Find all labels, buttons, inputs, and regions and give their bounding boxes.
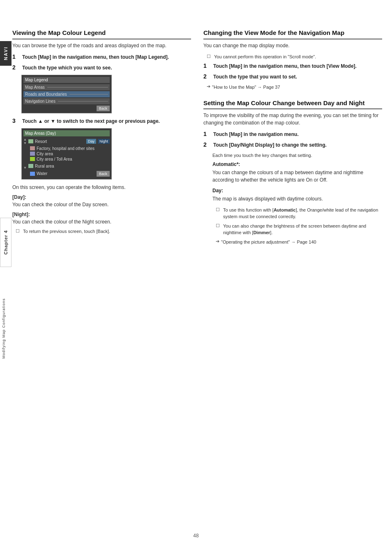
map-areas-title: Map Areas (Day) (23, 130, 110, 136)
step-2: 2 Touch the type which you want to see. (12, 64, 191, 71)
right-step1-number: 1 (203, 62, 211, 69)
night-label: [Night]: (12, 211, 191, 218)
day-mode-desc: The map is always displayed with daytime… (212, 195, 382, 203)
right2-step2-text: Touch [Day/Night Display] to change the … (213, 141, 327, 149)
label-water: Water (37, 171, 47, 176)
right-section1-heading: Changing the View Mode for the Navigatio… (203, 29, 382, 39)
note-back-text: To return the previous screen, touch [Ba… (23, 228, 110, 235)
right-section2-intro: To improve the visibility of the map dur… (203, 112, 382, 127)
right2-step2-number: 2 (203, 141, 211, 148)
map-legend-row-3-line (58, 101, 108, 101)
map-areas-title-text: Map Areas (Day) (25, 131, 56, 136)
right2-step1-text: Touch [Map] in the navigation menu. (213, 131, 299, 138)
map-areas-row-2: City area (23, 152, 110, 156)
map-areas-row-3: City area / Toll Area (23, 157, 110, 161)
nav-arrows: ▲▼ (23, 138, 27, 145)
map-legend-back-button[interactable]: Back (97, 106, 110, 111)
step-1: 1 Touch [Map] in the navigation menu, th… (12, 53, 191, 61)
checkbox-icon: ☐ (16, 228, 21, 234)
map-legend-row-2-line (69, 94, 108, 94)
right-column: Changing the View Mode for the Navigatio… (203, 29, 382, 248)
checkbox-icon-1: ☐ (207, 54, 212, 59)
color-water (30, 172, 35, 176)
right2-step1-number: 1 (203, 131, 211, 137)
nav-arrows-2: ▼ (23, 162, 27, 170)
two-columns: Viewing the Map Colour Legend You can br… (12, 29, 382, 248)
day-mode-label: Day: (212, 188, 382, 193)
checkbox-icon-2: ☐ (216, 207, 221, 212)
right2-ref1: ➔ "Operating the picture adjustment" → P… (216, 239, 382, 246)
checkbox-icon-3: ☐ (216, 223, 221, 228)
right-step2-text: Touch the type that you want to set. (213, 73, 297, 81)
right2-step2: 2 Touch [Day/Night Display] to change th… (203, 141, 382, 149)
right2-step1: 1 Touch [Map] in the navigation menu. (203, 131, 382, 138)
step-2-text: Touch the type which you want to see. (22, 64, 112, 71)
right-section1-ref1-text: "How to Use the Map" → Page 37 (212, 84, 280, 91)
color-factory (30, 146, 35, 150)
color-resort (28, 139, 33, 143)
map-areas-row-4: ▼ Rural area (23, 162, 110, 170)
color-city-toll (30, 157, 35, 161)
night-desc: You can check the colour of the Night sc… (12, 218, 191, 226)
map-areas-row-1: Factory, hospital and other sites (23, 146, 110, 151)
day-desc: You can check the colour of the Day scre… (12, 201, 191, 208)
right2-details: Automatic*: You can change the colours o… (212, 161, 382, 246)
color-city (30, 152, 35, 156)
step-3: 3 Touch ▲ or ▼ to switch to the next pag… (12, 117, 191, 125)
right2-note1: ☐ To use this function with [Automatic],… (216, 207, 382, 220)
right-section1-note1: ☐ You cannot perform this operation in "… (207, 53, 382, 60)
night-button[interactable]: Night (98, 139, 110, 144)
right2-ref1-text: "Operating the picture adjustment" → Pag… (221, 239, 316, 246)
right2-note2: ☐ You can also change the brightness of … (216, 223, 382, 236)
note-back-bullet: ☐ To return the previous screen, touch [… (16, 228, 191, 235)
areas-back-button[interactable]: Back (97, 171, 110, 177)
map-legend-row-1: Map Areas (23, 84, 110, 90)
left-section-heading: Viewing the Map Colour Legend (12, 29, 191, 39)
map-legend-title: Map Legend (23, 77, 110, 83)
navi-label: NAVI (3, 46, 8, 60)
left-intro: You can browse the type of the roads and… (12, 42, 191, 49)
arrow-icon-2: ➔ (216, 239, 219, 244)
right-section1-ref1: ➔ "How to Use the Map" → Page 37 (207, 84, 382, 91)
color-rural (28, 164, 33, 168)
day-button[interactable]: Day (86, 139, 96, 144)
right-section1-intro: You can change the map display mode. (203, 42, 382, 49)
arrow-icon-1: ➔ (207, 84, 210, 89)
map-legend-screenshot: Map Legend Map Areas Roads and Boundarie… (21, 75, 112, 113)
modifying-label: Modifying Map Configurations (2, 298, 6, 359)
map-legend-row-1-line (47, 87, 108, 88)
automatic-desc: You can change the colours of a map betw… (212, 169, 382, 184)
step-1-number: 1 (12, 53, 20, 60)
night-label-bold: [Night]: (12, 212, 30, 217)
right-step1-text: Touch [Map] in the navigation menu, then… (213, 62, 357, 70)
label-rural: Rural area (35, 164, 54, 168)
label-city: City area (37, 152, 53, 156)
step-2-number: 2 (12, 64, 20, 71)
right-step2: 2 Touch the type that you want to set. (203, 73, 382, 81)
day-label: [Day]: (12, 193, 191, 201)
automatic-label: Automatic*: (212, 161, 382, 167)
label-factory: Factory, hospital and other sites (37, 146, 95, 151)
right2-note1-text: To use this function with [Automatic], t… (223, 207, 382, 220)
map-legend-row-3: Navigation Lines (23, 98, 110, 104)
right-section2-heading: Setting the Map Colour Change between Da… (203, 99, 382, 110)
right-step1: 1 Touch [Map] in the navigation menu, th… (203, 62, 382, 70)
modifying-sidebar-label: Modifying Map Configurations (0, 288, 7, 370)
right-step2-number: 2 (203, 73, 211, 80)
page-number: 48 (193, 533, 198, 539)
label-resort: Resort (35, 139, 47, 144)
map-areas-row-5: Water Back (23, 171, 110, 177)
chapter-sidebar-tab: Chapter 4 (0, 218, 12, 267)
label-city-toll: City area / Toll Area (37, 157, 72, 161)
map-areas-screenshot: Map Areas (Day) ▲▼ Resort Day Night Fact… (21, 128, 112, 180)
map-legend-row-3-label: Navigation Lines (25, 99, 55, 104)
page-container: NAVI Chapter 4 Modifying Map Configurati… (0, 0, 392, 555)
step-3-text: Touch ▲ or ▼ to switch to the next page … (22, 117, 160, 125)
back-btn-areas: Back (97, 171, 110, 177)
map-legend-row-2: Roads and Boundaries (23, 91, 110, 97)
map-legend-footer: Back (23, 106, 110, 111)
step-3-number: 3 (12, 117, 20, 124)
map-areas-row-0: ▲▼ Resort Day Night (23, 138, 110, 145)
step-1-text: Touch [Map] in the navigation menu, then… (22, 53, 169, 61)
chapter-label: Chapter 4 (3, 230, 8, 255)
